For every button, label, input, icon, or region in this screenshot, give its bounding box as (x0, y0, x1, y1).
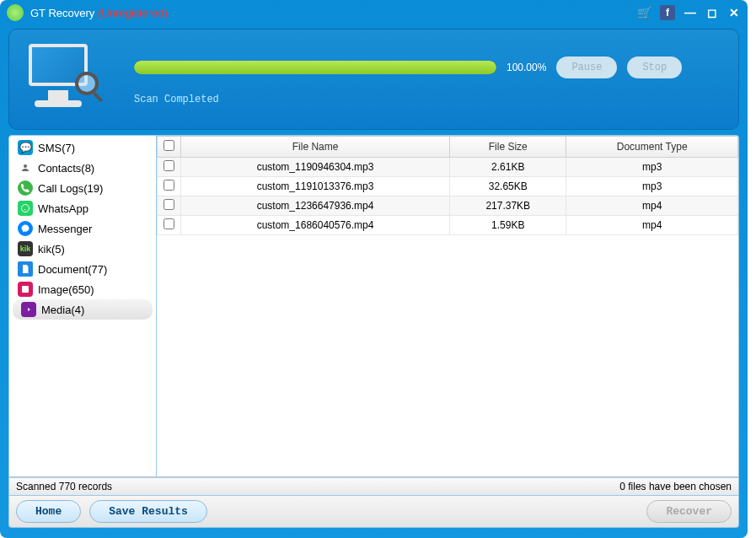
cell-filename: custom_1236647936.mp4 (181, 196, 450, 216)
image-icon (18, 282, 33, 297)
sidebar-item-contacts[interactable]: Contacts(8) (9, 158, 156, 178)
sidebar-item-label: SMS(7) (38, 142, 75, 154)
scan-status-line: Scan Completed (134, 94, 723, 105)
row-checkbox[interactable] (164, 218, 174, 229)
sidebar-item-label: Contacts(8) (38, 162, 94, 175)
svg-point-0 (24, 164, 27, 168)
select-all-checkbox[interactable] (164, 140, 174, 151)
cell-doctype: mp3 (566, 177, 738, 196)
sidebar-item-label: WhatsApp (38, 202, 88, 215)
cart-icon[interactable]: 🛒 (637, 6, 651, 19)
messenger-icon (18, 221, 33, 236)
title-bar: GT Recovery (Unregistered) 🛒 f — ◻ ✕ (0, 0, 748, 25)
app-title: GT Recovery (30, 7, 94, 19)
table-row[interactable]: custom_1236647936.mp4217.37KBmp4 (158, 196, 738, 216)
cell-filename: custom_1686040576.mp4 (181, 216, 450, 235)
contacts-icon (18, 160, 33, 175)
sidebar-item-label: Image(650) (38, 283, 94, 296)
col-doctype[interactable]: Document Type (566, 137, 738, 158)
cell-filesize: 32.65KB (450, 177, 566, 196)
scan-monitor-icon (24, 40, 100, 116)
sidebar-item-document[interactable]: Document(77) (9, 259, 156, 279)
select-all-header[interactable] (158, 137, 181, 158)
media-icon (21, 302, 36, 317)
cell-filesize: 217.37KB (450, 196, 566, 216)
whatsapp-icon (18, 201, 33, 216)
app-window: GT Recovery (Unregistered) 🛒 f — ◻ ✕ 100… (0, 0, 748, 538)
stop-button[interactable]: Stop (627, 56, 682, 78)
file-table: File Name File Size Document Type custom… (157, 136, 738, 235)
row-checkbox[interactable] (164, 160, 174, 171)
app-logo-icon (7, 4, 24, 21)
file-table-panel: File Name File Size Document Type custom… (157, 136, 738, 476)
sms-icon: 💬 (18, 140, 33, 155)
row-checkbox[interactable] (164, 180, 174, 191)
close-button[interactable]: ✕ (727, 6, 741, 19)
facebook-icon[interactable]: f (660, 5, 675, 20)
main-area: 💬SMS(7)Contacts(8)Call Logs(19)WhatsAppM… (8, 135, 739, 477)
sidebar-item-messenger[interactable]: Messenger (9, 218, 156, 239)
sidebar-item-whatsapp[interactable]: WhatsApp (9, 198, 156, 218)
save-results-button[interactable]: Save Results (89, 500, 207, 523)
progress-percent: 100.00% (507, 62, 546, 73)
sidebar-item-label: Messenger (38, 223, 92, 235)
cell-doctype: mp3 (566, 158, 738, 177)
sidebar-item-sms[interactable]: 💬SMS(7) (9, 137, 156, 158)
category-sidebar: 💬SMS(7)Contacts(8)Call Logs(19)WhatsAppM… (9, 136, 157, 476)
registration-status: (Unregistered) (98, 7, 168, 19)
sidebar-item-label: kik(5) (38, 243, 65, 256)
status-scanned: Scanned 770 records (16, 481, 112, 492)
sidebar-item-kik[interactable]: kikkik(5) (9, 239, 156, 259)
kik-icon: kik (18, 241, 33, 256)
footer-bar: Home Save Results Recover (8, 496, 739, 528)
scan-header-panel: 100.00% Pause Stop Scan Completed (8, 29, 739, 130)
table-row[interactable]: custom_1191013376.mp332.65KBmp3 (158, 177, 738, 196)
home-button[interactable]: Home (16, 500, 81, 523)
cell-filename: custom_1191013376.mp3 (181, 177, 450, 196)
phone-icon (18, 180, 33, 196)
document-icon (18, 261, 33, 277)
svg-rect-2 (22, 286, 29, 293)
row-checkbox[interactable] (164, 199, 174, 210)
sidebar-item-label: Document(77) (38, 263, 107, 276)
col-filename[interactable]: File Name (181, 137, 450, 158)
progress-bar (134, 61, 496, 74)
status-bar: Scanned 770 records 0 files have been ch… (8, 477, 739, 496)
minimize-button[interactable]: — (684, 6, 697, 19)
sidebar-item-calls[interactable]: Call Logs(19) (9, 178, 156, 198)
sidebar-item-label: Media(4) (41, 304, 84, 316)
sidebar-item-media[interactable]: Media(4) (13, 299, 153, 320)
cell-doctype: mp4 (566, 196, 738, 216)
table-row[interactable]: custom_1686040576.mp41.59KBmp4 (158, 216, 738, 235)
sidebar-item-label: Call Logs(19) (38, 182, 103, 195)
col-filesize[interactable]: File Size (450, 137, 566, 158)
pause-button[interactable]: Pause (556, 56, 617, 78)
table-row[interactable]: custom_1190946304.mp32.61KBmp3 (158, 158, 738, 177)
recover-button[interactable]: Recover (646, 500, 732, 523)
cell-filesize: 1.59KB (450, 216, 566, 235)
maximize-button[interactable]: ◻ (705, 6, 719, 19)
status-chosen: 0 files have been chosen (619, 481, 732, 492)
cell-filename: custom_1190946304.mp3 (181, 158, 450, 177)
cell-filesize: 2.61KB (450, 158, 566, 177)
cell-doctype: mp4 (566, 216, 738, 235)
svg-point-1 (22, 205, 29, 213)
sidebar-item-image[interactable]: Image(650) (9, 279, 156, 299)
